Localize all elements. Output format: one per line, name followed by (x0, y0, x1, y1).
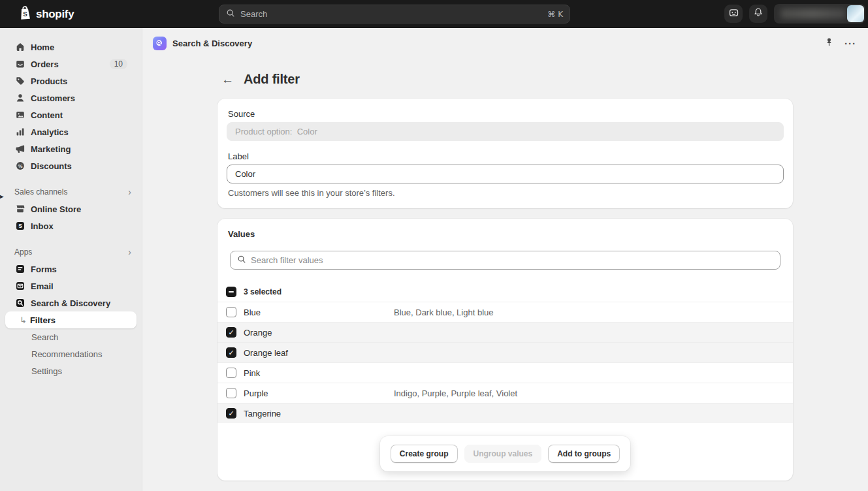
orders-icon (14, 59, 25, 70)
store-name-redacted (780, 8, 846, 19)
selection-summary: 3 selected (244, 287, 281, 296)
home-icon (14, 42, 25, 53)
grouped-values-text: Indigo, Purple, Purple leaf, Violet (394, 388, 517, 398)
section-header-sales-channels[interactable]: Sales channels› (0, 183, 142, 200)
store-avatar (847, 5, 864, 22)
sidebar-item-label: Search & Discovery (31, 298, 110, 308)
pin-icon[interactable] (824, 37, 834, 50)
sidebar-subitem-filters[interactable]: ↳Filters (5, 311, 137, 328)
inbox-icon: S (14, 221, 25, 232)
sidebar-subitem-settings[interactable]: Settings (5, 362, 137, 379)
sidebar-subitem-label: Filters (30, 315, 56, 325)
main-area: Search & Discovery ··· ← Add filter Sour… (142, 28, 868, 491)
search-discovery-icon (14, 298, 25, 309)
shopify-wordmark: shopify (36, 8, 74, 21)
sidebar-item-label: Discounts (31, 161, 72, 171)
analytics-icon (14, 127, 25, 138)
sidebar-subitem-recommendations[interactable]: Recommendations (5, 345, 137, 362)
email-icon (14, 281, 25, 292)
source-card: Source Label Customers will see this in … (217, 99, 793, 208)
sidebar-item-label: Home (31, 42, 54, 52)
value-checkbox[interactable] (226, 388, 236, 398)
bell-icon (753, 7, 764, 20)
grouped-values-text: Blue, Dark blue, Light blue (394, 308, 493, 317)
topbar: S shopify ⌘ K (0, 0, 868, 28)
content-icon (14, 110, 25, 121)
sidebar-item-home[interactable]: Home (5, 39, 137, 55)
more-actions-icon[interactable]: ··· (844, 38, 856, 49)
sidebar-item-label: Online Store (31, 204, 81, 214)
section-header-label: Apps (14, 247, 32, 257)
branch-arrow-icon: ↳ (20, 315, 27, 325)
sidebar-item-customers[interactable]: Customers (5, 89, 137, 106)
sidebar-item-email[interactable]: Email (5, 277, 137, 294)
notifications-button[interactable] (749, 5, 767, 23)
global-search[interactable]: ⌘ K (219, 5, 570, 24)
sidebar-item-label: Inbox (31, 221, 54, 231)
sidebar-subitem-label: Settings (31, 366, 62, 376)
add-to-groups-button[interactable]: Add to groups (548, 445, 620, 463)
sidebar-item-analytics[interactable]: Analytics (5, 123, 137, 140)
create-group-button[interactable]: Create group (391, 445, 458, 463)
select-all-checkbox[interactable] (226, 287, 236, 297)
global-search-input[interactable] (240, 9, 542, 19)
sidebar-item-inbox[interactable]: SInbox (5, 217, 137, 234)
filter-value-row-purple[interactable]: PurpleIndigo, Purple, Purple leaf, Viole… (217, 383, 793, 403)
app-header: Search & Discovery ··· (142, 28, 868, 58)
sidekick-button[interactable] (724, 5, 743, 23)
sidebar-item-search-discovery[interactable]: Search & Discovery (5, 294, 137, 311)
section-header-label: Sales channels (14, 187, 67, 197)
sidebar-item-label: Analytics (31, 127, 69, 137)
value-label: Orange leaf (244, 348, 288, 358)
source-label: Source (228, 109, 782, 119)
filter-value-row-blue[interactable]: BlueBlue, Dark blue, Light blue (217, 302, 793, 322)
ungroup-values-button: Ungroup values (464, 445, 542, 463)
customers-icon (14, 93, 25, 104)
group-actions-bar: Create groupUngroup valuesAdd to groups (380, 436, 630, 471)
shopify-logo[interactable]: S shopify (18, 5, 74, 23)
sidebar-item-online-store[interactable]: Online Store (5, 200, 137, 217)
sidebar-item-content[interactable]: Content (5, 106, 137, 123)
filter-value-row-pink[interactable]: Pink (217, 362, 793, 383)
value-checkbox[interactable] (226, 307, 236, 317)
sidebar-nav: HomeOrders10ProductsCustomersContentAnal… (0, 39, 142, 174)
values-search-input[interactable] (251, 255, 773, 265)
filter-value-row-orange[interactable]: ✓Orange (217, 322, 793, 342)
values-title: Values (217, 229, 793, 239)
forms-icon (14, 264, 25, 275)
sidebar-item-orders[interactable]: Orders10 (5, 55, 137, 72)
orders-count-badge: 10 (110, 59, 127, 69)
sidebar-item-marketing[interactable]: Marketing (5, 140, 137, 157)
sidebar-item-label: Email (31, 281, 54, 291)
svg-text:S: S (18, 223, 22, 229)
value-label: Orange (244, 328, 272, 338)
value-label: Blue (244, 308, 261, 317)
value-label: Tangerine (244, 409, 281, 419)
filter-value-row-tangerine[interactable]: ✓Tangerine (217, 403, 793, 423)
chevron-right-icon: › (128, 247, 131, 257)
store-menu-button[interactable] (774, 4, 865, 24)
sidebar-item-label: Content (31, 110, 63, 120)
label-field[interactable] (227, 165, 784, 183)
page-content: ← Add filter Source Label Customers will… (217, 72, 793, 481)
sidebar-item-forms[interactable]: Forms (5, 261, 137, 277)
value-label: Purple (244, 388, 268, 398)
values-search[interactable] (230, 251, 780, 270)
selection-header-row: 3 selected (217, 282, 793, 302)
sidebar-subitem-search[interactable]: Search (5, 328, 137, 345)
sidebar-item-products[interactable]: Products (5, 72, 137, 89)
label-label: Label (228, 151, 782, 161)
value-checkbox[interactable]: ✓ (226, 347, 236, 358)
sidebar-item-label: Customers (31, 93, 75, 103)
values-list: 3 selected BlueBlue, Dark blue, Light bl… (217, 282, 793, 423)
value-checkbox[interactable] (226, 368, 236, 378)
sidebar-item-discounts[interactable]: %Discounts (5, 157, 137, 174)
back-arrow-icon[interactable]: ← (221, 73, 234, 86)
svg-text:S: S (23, 10, 28, 18)
sidebar-item-label: Orders (31, 59, 59, 69)
value-checkbox[interactable]: ✓ (226, 408, 236, 419)
value-checkbox[interactable]: ✓ (226, 327, 236, 338)
filter-value-row-orange-leaf[interactable]: ✓Orange leaf (217, 342, 793, 362)
section-header-apps[interactable]: Apps› (0, 244, 142, 261)
products-icon (14, 76, 25, 87)
